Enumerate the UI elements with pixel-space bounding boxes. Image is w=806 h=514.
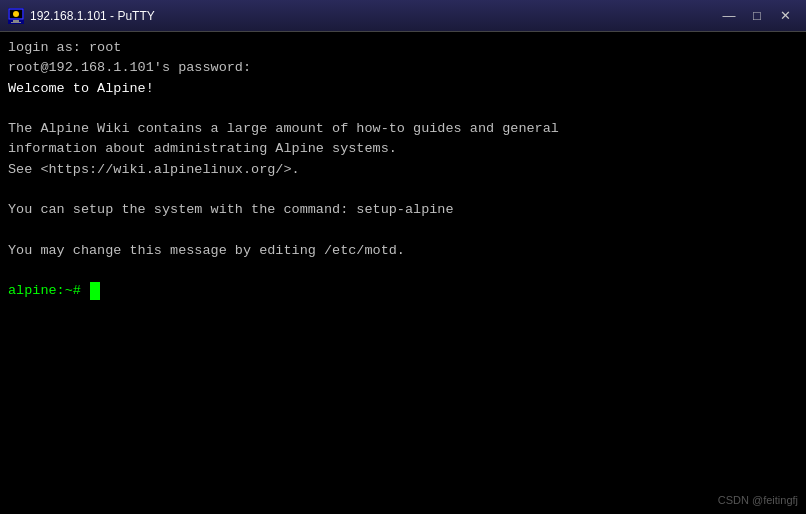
prompt-text: alpine:~#	[8, 281, 89, 301]
window-title: 192.168.1.101 - PuTTY	[30, 9, 155, 23]
titlebar: 192.168.1.101 - PuTTY — □ ✕	[0, 0, 806, 32]
minimize-button[interactable]: —	[716, 5, 742, 27]
terminal-line: Welcome to Alpine!	[8, 79, 798, 99]
svg-rect-5	[11, 22, 21, 23]
terminal-line: information about administrating Alpine …	[8, 139, 798, 159]
putty-icon	[8, 8, 24, 24]
svg-point-3	[13, 11, 19, 17]
svg-rect-4	[13, 20, 19, 22]
terminal-line: root@192.168.1.101's password:	[8, 58, 798, 78]
terminal-line: You may change this message by editing /…	[8, 241, 798, 261]
terminal-line: login as: root	[8, 38, 798, 58]
terminal-area[interactable]: login as: root root@192.168.1.101's pass…	[0, 32, 806, 514]
terminal-line: The Alpine Wiki contains a large amount …	[8, 119, 798, 139]
prompt-line: alpine:~#	[8, 281, 798, 301]
terminal-line: See <https://wiki.alpinelinux.org/>.	[8, 160, 798, 180]
watermark: CSDN @feitingfj	[718, 492, 798, 509]
cursor	[90, 282, 100, 300]
close-button[interactable]: ✕	[772, 5, 798, 27]
restore-button[interactable]: □	[744, 5, 770, 27]
titlebar-controls: — □ ✕	[716, 5, 798, 27]
terminal-line	[8, 99, 798, 119]
putty-window: 192.168.1.101 - PuTTY — □ ✕ login as: ro…	[0, 0, 806, 514]
terminal-line	[8, 180, 798, 200]
titlebar-left: 192.168.1.101 - PuTTY	[8, 8, 155, 24]
terminal-line: You can setup the system with the comman…	[8, 200, 798, 220]
terminal-line	[8, 261, 798, 281]
terminal-line	[8, 220, 798, 240]
